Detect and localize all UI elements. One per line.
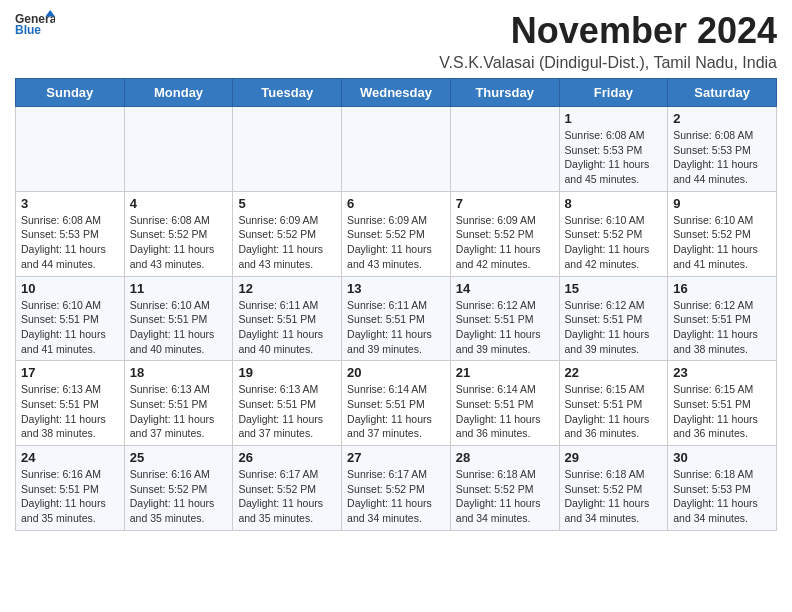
day-cell: 27Sunrise: 6:17 AM Sunset: 5:52 PM Dayli…: [342, 446, 451, 531]
day-number: 24: [21, 450, 119, 465]
week-row-0: 1Sunrise: 6:08 AM Sunset: 5:53 PM Daylig…: [16, 107, 777, 192]
day-cell: [342, 107, 451, 192]
day-info: Sunrise: 6:09 AM Sunset: 5:52 PM Dayligh…: [456, 213, 554, 272]
week-row-2: 10Sunrise: 6:10 AM Sunset: 5:51 PM Dayli…: [16, 276, 777, 361]
week-row-1: 3Sunrise: 6:08 AM Sunset: 5:53 PM Daylig…: [16, 191, 777, 276]
day-number: 16: [673, 281, 771, 296]
day-number: 22: [565, 365, 663, 380]
day-number: 1: [565, 111, 663, 126]
day-cell: 7Sunrise: 6:09 AM Sunset: 5:52 PM Daylig…: [450, 191, 559, 276]
day-number: 26: [238, 450, 336, 465]
day-number: 2: [673, 111, 771, 126]
day-cell: 26Sunrise: 6:17 AM Sunset: 5:52 PM Dayli…: [233, 446, 342, 531]
day-number: 23: [673, 365, 771, 380]
day-number: 15: [565, 281, 663, 296]
day-info: Sunrise: 6:08 AM Sunset: 5:52 PM Dayligh…: [130, 213, 228, 272]
weekday-header-saturday: Saturday: [668, 79, 777, 107]
title-area: November 2024 V.S.K.Valasai (Dindigul-Di…: [439, 10, 777, 72]
day-cell: 12Sunrise: 6:11 AM Sunset: 5:51 PM Dayli…: [233, 276, 342, 361]
day-info: Sunrise: 6:11 AM Sunset: 5:51 PM Dayligh…: [347, 298, 445, 357]
day-cell: 19Sunrise: 6:13 AM Sunset: 5:51 PM Dayli…: [233, 361, 342, 446]
day-number: 21: [456, 365, 554, 380]
weekday-header-thursday: Thursday: [450, 79, 559, 107]
weekday-header-row: SundayMondayTuesdayWednesdayThursdayFrid…: [16, 79, 777, 107]
day-number: 19: [238, 365, 336, 380]
header: General Blue November 2024 V.S.K.Valasai…: [15, 10, 777, 72]
day-number: 20: [347, 365, 445, 380]
logo: General Blue: [15, 10, 55, 40]
day-info: Sunrise: 6:13 AM Sunset: 5:51 PM Dayligh…: [238, 382, 336, 441]
day-cell: 9Sunrise: 6:10 AM Sunset: 5:52 PM Daylig…: [668, 191, 777, 276]
day-cell: 18Sunrise: 6:13 AM Sunset: 5:51 PM Dayli…: [124, 361, 233, 446]
day-info: Sunrise: 6:11 AM Sunset: 5:51 PM Dayligh…: [238, 298, 336, 357]
day-number: 11: [130, 281, 228, 296]
weekday-header-friday: Friday: [559, 79, 668, 107]
day-info: Sunrise: 6:09 AM Sunset: 5:52 PM Dayligh…: [238, 213, 336, 272]
day-info: Sunrise: 6:17 AM Sunset: 5:52 PM Dayligh…: [238, 467, 336, 526]
weekday-header-monday: Monday: [124, 79, 233, 107]
day-number: 3: [21, 196, 119, 211]
logo-icon: General Blue: [15, 10, 55, 38]
day-info: Sunrise: 6:16 AM Sunset: 5:52 PM Dayligh…: [130, 467, 228, 526]
day-number: 28: [456, 450, 554, 465]
day-cell: 17Sunrise: 6:13 AM Sunset: 5:51 PM Dayli…: [16, 361, 125, 446]
day-cell: 24Sunrise: 6:16 AM Sunset: 5:51 PM Dayli…: [16, 446, 125, 531]
day-number: 27: [347, 450, 445, 465]
week-row-3: 17Sunrise: 6:13 AM Sunset: 5:51 PM Dayli…: [16, 361, 777, 446]
day-cell: 8Sunrise: 6:10 AM Sunset: 5:52 PM Daylig…: [559, 191, 668, 276]
calendar: SundayMondayTuesdayWednesdayThursdayFrid…: [15, 78, 777, 531]
svg-text:Blue: Blue: [15, 23, 41, 37]
day-number: 9: [673, 196, 771, 211]
day-info: Sunrise: 6:10 AM Sunset: 5:52 PM Dayligh…: [673, 213, 771, 272]
day-cell: 29Sunrise: 6:18 AM Sunset: 5:52 PM Dayli…: [559, 446, 668, 531]
day-info: Sunrise: 6:10 AM Sunset: 5:52 PM Dayligh…: [565, 213, 663, 272]
day-info: Sunrise: 6:13 AM Sunset: 5:51 PM Dayligh…: [130, 382, 228, 441]
day-cell: 13Sunrise: 6:11 AM Sunset: 5:51 PM Dayli…: [342, 276, 451, 361]
day-number: 17: [21, 365, 119, 380]
day-cell: [450, 107, 559, 192]
day-number: 4: [130, 196, 228, 211]
day-cell: 20Sunrise: 6:14 AM Sunset: 5:51 PM Dayli…: [342, 361, 451, 446]
day-number: 5: [238, 196, 336, 211]
day-info: Sunrise: 6:10 AM Sunset: 5:51 PM Dayligh…: [130, 298, 228, 357]
day-cell: 3Sunrise: 6:08 AM Sunset: 5:53 PM Daylig…: [16, 191, 125, 276]
day-info: Sunrise: 6:15 AM Sunset: 5:51 PM Dayligh…: [565, 382, 663, 441]
day-cell: 11Sunrise: 6:10 AM Sunset: 5:51 PM Dayli…: [124, 276, 233, 361]
day-cell: 4Sunrise: 6:08 AM Sunset: 5:52 PM Daylig…: [124, 191, 233, 276]
day-cell: [124, 107, 233, 192]
day-number: 25: [130, 450, 228, 465]
day-number: 29: [565, 450, 663, 465]
day-cell: 1Sunrise: 6:08 AM Sunset: 5:53 PM Daylig…: [559, 107, 668, 192]
day-number: 14: [456, 281, 554, 296]
day-info: Sunrise: 6:17 AM Sunset: 5:52 PM Dayligh…: [347, 467, 445, 526]
day-number: 6: [347, 196, 445, 211]
day-info: Sunrise: 6:15 AM Sunset: 5:51 PM Dayligh…: [673, 382, 771, 441]
day-cell: [16, 107, 125, 192]
day-cell: 15Sunrise: 6:12 AM Sunset: 5:51 PM Dayli…: [559, 276, 668, 361]
weekday-header-tuesday: Tuesday: [233, 79, 342, 107]
day-cell: 5Sunrise: 6:09 AM Sunset: 5:52 PM Daylig…: [233, 191, 342, 276]
day-cell: 25Sunrise: 6:16 AM Sunset: 5:52 PM Dayli…: [124, 446, 233, 531]
day-cell: 22Sunrise: 6:15 AM Sunset: 5:51 PM Dayli…: [559, 361, 668, 446]
weekday-header-sunday: Sunday: [16, 79, 125, 107]
day-number: 12: [238, 281, 336, 296]
day-number: 7: [456, 196, 554, 211]
day-number: 8: [565, 196, 663, 211]
day-cell: 21Sunrise: 6:14 AM Sunset: 5:51 PM Dayli…: [450, 361, 559, 446]
day-info: Sunrise: 6:18 AM Sunset: 5:52 PM Dayligh…: [565, 467, 663, 526]
day-number: 18: [130, 365, 228, 380]
day-info: Sunrise: 6:13 AM Sunset: 5:51 PM Dayligh…: [21, 382, 119, 441]
day-info: Sunrise: 6:10 AM Sunset: 5:51 PM Dayligh…: [21, 298, 119, 357]
day-cell: 16Sunrise: 6:12 AM Sunset: 5:51 PM Dayli…: [668, 276, 777, 361]
day-cell: 30Sunrise: 6:18 AM Sunset: 5:53 PM Dayli…: [668, 446, 777, 531]
day-info: Sunrise: 6:08 AM Sunset: 5:53 PM Dayligh…: [21, 213, 119, 272]
day-info: Sunrise: 6:12 AM Sunset: 5:51 PM Dayligh…: [673, 298, 771, 357]
subtitle: V.S.K.Valasai (Dindigul-Dist.), Tamil Na…: [439, 54, 777, 72]
day-info: Sunrise: 6:09 AM Sunset: 5:52 PM Dayligh…: [347, 213, 445, 272]
day-info: Sunrise: 6:12 AM Sunset: 5:51 PM Dayligh…: [565, 298, 663, 357]
day-info: Sunrise: 6:12 AM Sunset: 5:51 PM Dayligh…: [456, 298, 554, 357]
day-cell: 14Sunrise: 6:12 AM Sunset: 5:51 PM Dayli…: [450, 276, 559, 361]
day-info: Sunrise: 6:08 AM Sunset: 5:53 PM Dayligh…: [673, 128, 771, 187]
day-info: Sunrise: 6:08 AM Sunset: 5:53 PM Dayligh…: [565, 128, 663, 187]
day-info: Sunrise: 6:18 AM Sunset: 5:53 PM Dayligh…: [673, 467, 771, 526]
